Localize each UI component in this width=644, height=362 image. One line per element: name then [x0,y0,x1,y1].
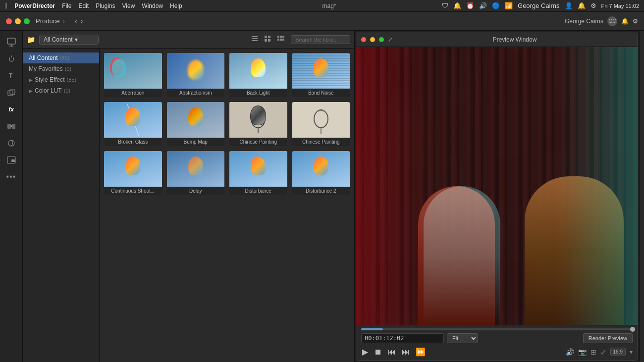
safe-zone-button[interactable]: ⊞ [590,348,596,356]
effect-delay[interactable]: Delay [166,151,225,196]
user-avatar[interactable]: GC [607,16,617,26]
menu-plugins[interactable]: Plugins [96,2,115,9]
fast-forward-button[interactable]: ⏩ [415,346,427,358]
notification-bell[interactable]: 🔔 [621,18,629,25]
breadcrumb-sep: › [62,17,64,25]
settings-gear[interactable]: ⚙ [633,18,638,25]
preview-video [356,47,638,325]
search-input[interactable] [291,35,350,44]
progress-handle[interactable] [630,327,635,332]
progress-bar[interactable] [361,328,633,330]
effect-chinesepainting1[interactable]: Chinese Painting [229,102,288,147]
window-minimize[interactable] [15,18,21,24]
preview-minimize[interactable] [370,37,375,42]
add-folder-button[interactable]: 📁 [27,36,35,44]
menu-window[interactable]: Window [142,2,163,9]
window-close[interactable] [6,18,12,24]
nav-back[interactable]: ‹ [75,17,77,26]
menu-help[interactable]: Help [170,2,182,9]
sidebar-icon-fx[interactable]: fx [3,102,20,117]
audio-control[interactable]: 🔊 [566,348,574,356]
svg-point-27 [255,115,261,123]
effect-label-chinesepainting2: Chinese Painting [292,138,350,146]
cat-style-effect[interactable]: ▶ Style Effect (85) [23,74,99,85]
dropdown-arrow: ▾ [75,36,78,43]
prev-frame-button[interactable]: ⏮ [387,347,397,358]
timecode-input[interactable] [361,333,444,343]
view-list-button[interactable] [249,34,260,45]
controls-row-2: ▶ ⏹ ⏮ ⏭ ⏩ 🔊 📷 ⊞ ⤢ 16:9 ▾ [361,346,633,358]
menu-file[interactable]: File [62,2,71,9]
aspect-ratio-badge[interactable]: 16:9 [610,348,626,356]
next-frame-button[interactable]: ⏭ [401,347,411,358]
menu-edit[interactable]: Edit [79,2,89,9]
preview-expand-button[interactable]: ⤢ [388,36,393,43]
content-panel: 📁 All Content ▾ [23,31,355,362]
sidebar-icon-import[interactable] [3,35,20,50]
effect-disturbance2[interactable]: Disturbance 2 [292,151,351,196]
svg-rect-21 [282,36,284,38]
cat-my-favorites[interactable]: My Favorites (0) [23,63,99,74]
fullscreen-button[interactable]: ⤢ [600,348,606,356]
sys-icon-3: ⏰ [466,2,474,9]
vertical-scrollbar[interactable] [639,31,644,362]
time-display: Fri 7 May 11:02 [601,3,639,9]
effect-brokenglass[interactable]: Broken Glass [104,102,162,147]
svg-rect-12 [252,36,258,37]
content-filter-dropdown[interactable]: All Content ▾ [39,35,99,45]
effect-bandnoise[interactable]: Band Noise [292,52,351,98]
svg-rect-8 [12,124,15,129]
preview-maximize[interactable] [379,37,384,42]
cat-all-content[interactable]: All Content (85) [23,52,99,63]
effect-chinesepainting2[interactable]: Chinese Painting [292,102,351,147]
effect-label-delay: Delay [167,187,225,195]
user-name: George Cairns [518,2,560,9]
effect-continuousshoot[interactable]: Continuous Shoot... [104,151,162,196]
progress-fill [361,328,383,330]
sys-icon-notif: 🔔 [578,2,586,9]
effect-backlight[interactable]: Back Light [229,52,288,98]
sidebar-icon-more[interactable]: ••• [3,169,20,184]
window-maximize[interactable] [24,18,30,24]
effect-label-disturbance: Disturbance [229,187,287,195]
svg-rect-13 [252,38,258,39]
effect-bumpmap[interactable]: Bump Map [166,102,225,147]
effect-aberration[interactable]: Aberration [104,52,162,98]
sys-icon-wifi: 📶 [505,2,513,9]
content-body: All Content (85) My Favorites (0) ▶ Styl… [23,49,354,362]
main-layout: T fx ••• 📁 All Content ▾ [0,31,644,362]
preview-window: ⤢ Preview Window [356,32,638,361]
effect-disturbance[interactable]: Disturbance [229,151,288,196]
sidebar-icon-audio[interactable] [3,52,20,66]
snapshot-button[interactable]: 📷 [578,348,587,356]
preview-close[interactable] [361,37,366,42]
user-display-name: George Cairns [565,18,603,25]
apple-logo[interactable]:  [5,2,7,10]
stop-button[interactable]: ⏹ [373,347,383,358]
app-name: PowerDirector [14,2,55,9]
sidebar-icon-text[interactable]: T [3,68,20,83]
cat-color-lut[interactable]: ▶ Color LUT (0) [23,85,99,96]
sys-icon-1: 🛡 [442,2,448,9]
svg-rect-0 [7,38,15,44]
svg-rect-7 [7,124,11,129]
play-button[interactable]: ▶ [361,346,369,358]
fit-dropdown[interactable]: Fit 25% 50% 75% 100% [447,333,478,343]
sidebar-icon-pip[interactable] [3,153,20,167]
sidebar-icon-transition[interactable] [3,119,20,134]
breadcrumb-produce[interactable]: Produce [36,17,59,25]
effect-label-brokenglass: Broken Glass [104,138,162,146]
sidebar-icon-overlay[interactable] [3,85,20,100]
sys-icon-settings: ⚙ [590,2,596,9]
render-preview-button[interactable]: Render Preview [583,333,633,343]
menu-view[interactable]: View [122,2,135,9]
sys-icon-2: 🔔 [453,2,461,9]
nav-forward[interactable]: › [80,17,83,26]
view-grid-small-button[interactable] [262,34,273,45]
left-sidebar: T fx ••• [0,31,23,362]
sys-icon-4: 🔊 [479,2,487,9]
view-grid-large-button[interactable] [275,34,287,45]
sidebar-icon-motion[interactable] [3,136,20,151]
aspect-dropdown-arrow[interactable]: ▾ [630,349,633,356]
effect-abstractionism[interactable]: Abstractionism [166,52,225,98]
